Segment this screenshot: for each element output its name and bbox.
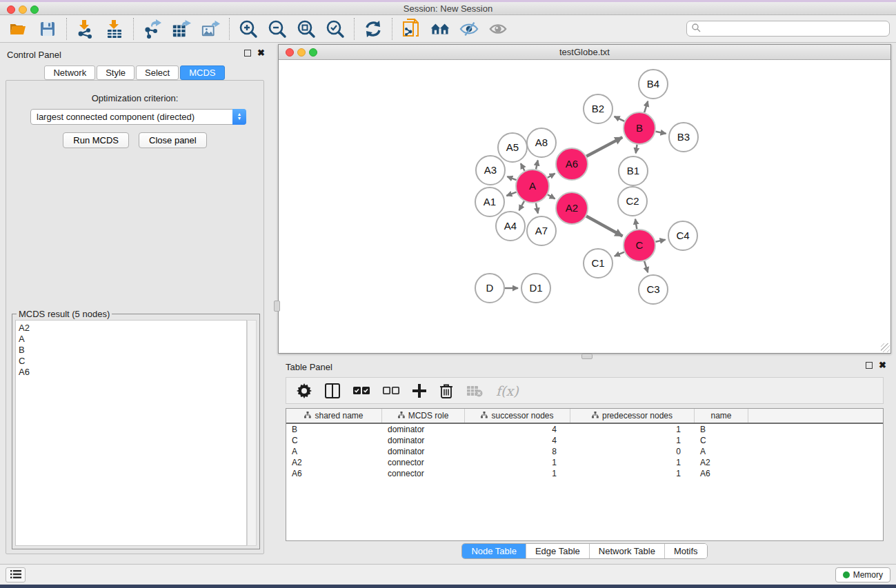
gear-icon[interactable] xyxy=(297,383,312,398)
edge-B-B2[interactable] xyxy=(615,116,625,121)
tab-network[interactable]: Network xyxy=(44,65,95,80)
table-cell[interactable]: 0 xyxy=(570,447,695,456)
column-header-MCDS-role[interactable]: MCDS role xyxy=(382,409,465,423)
table-cell[interactable]: B xyxy=(695,425,748,434)
tab-motifs[interactable]: Motifs xyxy=(665,544,707,558)
result-item[interactable]: A2 xyxy=(19,323,246,334)
zoom-in-icon[interactable] xyxy=(239,19,258,39)
edge-A-A7[interactable] xyxy=(536,203,538,214)
edge-A-A5[interactable] xyxy=(521,163,525,171)
edge-B-B3[interactable] xyxy=(656,132,666,134)
tab-style[interactable]: Style xyxy=(97,65,135,80)
table-row[interactable]: A6connector11A6 xyxy=(286,468,883,479)
float-panel-icon[interactable] xyxy=(244,50,251,57)
result-item[interactable]: B xyxy=(19,345,246,356)
refresh-icon[interactable] xyxy=(364,19,383,39)
table-cell[interactable]: 4 xyxy=(465,425,570,434)
column-header-successor-nodes[interactable]: successor nodes xyxy=(465,409,570,423)
table-cell[interactable]: connector xyxy=(382,469,465,478)
eye-slash-icon[interactable] xyxy=(459,19,479,39)
table-cell[interactable]: dominator xyxy=(382,436,465,445)
edge-B-B4[interactable] xyxy=(644,101,648,112)
table-cell[interactable]: A xyxy=(695,447,748,456)
edge-A-A1[interactable] xyxy=(506,192,516,196)
vertical-split-handle[interactable] xyxy=(274,301,280,312)
tab-edge-table[interactable]: Edge Table xyxy=(526,544,590,558)
table-cell[interactable]: 1 xyxy=(465,469,570,478)
run-mcds-button[interactable]: Run MCDS xyxy=(63,132,129,148)
table-row[interactable]: Adominator80A xyxy=(286,446,883,457)
eye-icon[interactable] xyxy=(488,19,508,39)
network-window-titlebar[interactable]: testGlobe.txt xyxy=(279,45,890,60)
select-all-icon[interactable] xyxy=(353,386,370,396)
mcds-result-list[interactable]: A2ABCA6 xyxy=(15,320,247,546)
network-canvas[interactable]: AA1A2A3A4A5A6A7A8BB1B2B3B4CC1C2C3C4DD1 xyxy=(279,61,890,353)
zoom-selected-icon[interactable] xyxy=(326,19,345,39)
task-history-button[interactable] xyxy=(6,567,26,582)
export-network-icon[interactable] xyxy=(143,19,162,39)
column-header-predecessor-nodes[interactable]: predecessor nodes xyxy=(570,409,695,423)
edge-C-C2[interactable] xyxy=(635,219,637,230)
optimization-criterion-dropdown[interactable]: largest connected component (directed) ▲… xyxy=(30,109,246,125)
table-cell[interactable]: A2 xyxy=(695,458,748,467)
edge-A-A8[interactable] xyxy=(536,160,538,169)
zoom-out-icon[interactable] xyxy=(268,19,287,39)
network-graph[interactable]: AA1A2A3A4A5A6A7A8BB1B2B3B4CC1C2C3C4DD1 xyxy=(279,61,890,353)
search-input[interactable] xyxy=(686,21,890,37)
edge-B-B1[interactable] xyxy=(636,145,637,154)
node-table[interactable]: shared nameMCDS rolesuccessor nodesprede… xyxy=(286,408,884,541)
table-cell[interactable]: 4 xyxy=(465,436,570,445)
table-row[interactable]: Bdominator41B xyxy=(286,424,883,435)
table-cell[interactable]: A xyxy=(286,447,382,456)
table-cell[interactable]: 8 xyxy=(465,447,570,456)
edge-A2-C[interactable] xyxy=(586,216,622,236)
tab-node-table[interactable]: Node Table xyxy=(462,544,526,558)
table-cell[interactable]: 1 xyxy=(570,425,695,434)
table-cell[interactable]: dominator xyxy=(382,425,465,434)
save-session-icon[interactable] xyxy=(38,19,57,39)
edge-A-A3[interactable] xyxy=(507,176,516,180)
float-panel-icon[interactable] xyxy=(866,362,873,369)
edge-C-C3[interactable] xyxy=(644,261,648,272)
table-cell[interactable]: C xyxy=(286,436,382,445)
edge-A-A4[interactable] xyxy=(519,201,524,210)
table-cell[interactable]: B xyxy=(286,425,382,434)
edge-C-C4[interactable] xyxy=(655,240,665,242)
close-panel-icon[interactable]: ✖ xyxy=(257,50,265,57)
close-panel-icon[interactable]: ✖ xyxy=(879,362,886,369)
import-table-icon[interactable] xyxy=(105,19,124,39)
table-cell[interactable]: A6 xyxy=(286,469,382,478)
table-cell[interactable]: A6 xyxy=(695,469,748,478)
export-table-icon[interactable] xyxy=(172,19,191,39)
table-cell[interactable]: 1 xyxy=(570,469,695,478)
function-builder-icon[interactable]: f(x) xyxy=(496,383,519,398)
tab-mcds[interactable]: MCDS xyxy=(180,65,224,80)
resize-grip-icon[interactable] xyxy=(881,343,890,352)
houses-icon[interactable] xyxy=(430,19,450,39)
close-panel-button[interactable]: Close panel xyxy=(139,132,207,148)
result-item[interactable]: A xyxy=(19,334,246,345)
table-cell[interactable]: A2 xyxy=(286,458,382,467)
import-network-icon[interactable] xyxy=(76,19,95,39)
table-cell[interactable]: dominator xyxy=(382,447,465,456)
table-cell[interactable]: 1 xyxy=(570,436,695,445)
table-cell[interactable]: connector xyxy=(382,458,465,467)
delete-table-icon[interactable] xyxy=(466,385,483,397)
table-cell[interactable]: 1 xyxy=(570,458,695,467)
tab-network-table[interactable]: Network Table xyxy=(590,544,665,558)
add-icon[interactable] xyxy=(412,384,426,398)
column-header-name[interactable]: name xyxy=(695,409,748,423)
trash-icon[interactable] xyxy=(439,383,453,398)
table-row[interactable]: Cdominator41C xyxy=(286,435,883,446)
export-image-icon[interactable] xyxy=(201,19,220,39)
edge-A-A6[interactable] xyxy=(548,174,555,178)
edge-A6-B[interactable] xyxy=(586,137,622,156)
tab-select[interactable]: Select xyxy=(136,65,179,80)
memory-button[interactable]: Memory xyxy=(835,567,890,582)
column-header-shared-name[interactable]: shared name xyxy=(286,409,382,423)
table-cell[interactable]: 1 xyxy=(465,458,570,467)
deselect-all-icon[interactable] xyxy=(383,386,399,396)
edge-A-A2[interactable] xyxy=(548,194,555,199)
clone-network-icon[interactable] xyxy=(401,19,421,39)
columns-icon[interactable] xyxy=(325,383,340,398)
